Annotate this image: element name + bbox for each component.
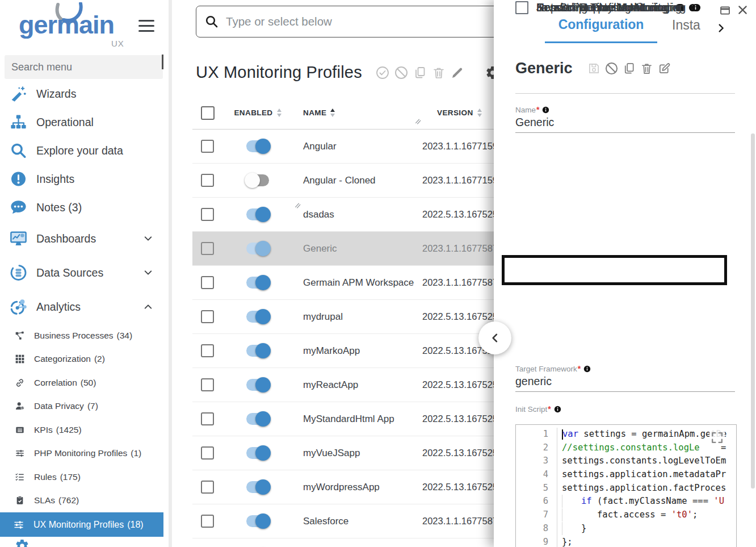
hamburger-menu-icon[interactable] [138,20,154,32]
enabled-toggle[interactable] [246,413,269,425]
pencil-icon[interactable] [451,66,464,80]
row-checkbox[interactable] [201,174,214,187]
trash-icon[interactable] [640,62,653,75]
enabled-toggle[interactable] [246,447,269,459]
sidebar-item[interactable]: Operational [0,108,163,136]
sidebar-subitem[interactable]: Correlation (50) [0,371,163,395]
column-header-name[interactable]: NAME [303,108,422,117]
enabled-toggle[interactable] [246,345,269,357]
trash-icon[interactable] [432,66,446,80]
sidebar-search-input[interactable]: Search menu [5,55,163,79]
search-input[interactable]: Type or select below [196,6,515,37]
info-icon[interactable] [583,365,591,373]
sidebar-subitem[interactable]: Data Privacy (7) [0,395,163,419]
sidebar-subitem[interactable]: UX Monitoring Profiles (18) [0,512,163,537]
edit-icon[interactable] [658,62,671,75]
chevron-up-icon[interactable] [143,302,153,312]
enabled-toggle[interactable] [246,140,269,152]
version-filter-icon[interactable] [414,118,422,126]
sidebar-item[interactable]: Wizards [0,80,163,108]
sidebar-item[interactable]: Insights [0,165,163,193]
enabled-toggle[interactable] [246,515,269,527]
sidebar-item[interactable]: Analytics [0,290,163,324]
row-checkbox[interactable] [201,412,214,425]
row-checkbox[interactable] [201,208,214,221]
row-checkbox[interactable] [201,378,214,391]
code-line[interactable]: 6 if (fact.myClassName === 'U [516,495,736,508]
toggle-knob [255,445,271,461]
row-checkbox[interactable] [201,515,214,528]
name-field[interactable]: Name * Generic [515,105,735,133]
copy-icon[interactable] [413,66,427,80]
enabled-toggle[interactable] [246,379,269,391]
code-line[interactable]: 4 settings.application.metadataPr [516,468,736,482]
analytics-icon [9,298,28,315]
info-icon[interactable] [554,406,561,413]
save-icon[interactable] [587,62,600,75]
enabled-toggle[interactable] [246,243,269,254]
name-field-value[interactable]: Generic [515,116,735,129]
chevron-down-icon[interactable] [143,268,153,278]
code-line[interactable]: 7 fact.access = 't0'; [516,508,736,522]
row-checkbox[interactable] [201,242,214,255]
info-icon[interactable] [691,3,700,12]
checkbox[interactable] [515,1,528,14]
chevron-right-icon[interactable] [716,23,726,34]
checkbox-row[interactable]: Report Poor Network Location [515,0,700,15]
row-checkbox[interactable] [201,446,214,460]
code-line[interactable]: 3 settings.constants.logLevelToEm [516,454,736,468]
panel-scrollbar-thumb[interactable] [751,133,755,488]
target-framework-field[interactable]: Target Framework * generic [515,364,735,392]
sidebar-scrollbar-thumb[interactable] [162,55,163,69]
close-icon[interactable] [737,4,749,16]
sidebar-item[interactable]: Data Sources [0,256,163,290]
enabled-toggle[interactable] [246,481,269,493]
copy-icon[interactable] [623,62,636,75]
sidebar-item-label: Analytics [36,300,81,314]
info-icon[interactable] [542,106,549,114]
collapse-panel-button[interactable] [478,321,511,354]
enabled-toggle[interactable] [246,277,269,289]
code-line[interactable]: 9 }; [516,536,736,547]
sidebar-subitem[interactable]: SLAs (762) [0,489,163,513]
maximize-icon[interactable] [719,5,731,16]
row-checkbox[interactable] [201,344,214,357]
code-line[interactable]: 5 settings.application.factProces [516,482,736,495]
ban-icon[interactable] [605,62,618,75]
sidebar-subitem[interactable]: Business Processes (34) [0,324,163,348]
enabled-toggle[interactable] [246,174,269,186]
sidebar-search-placeholder: Search menu [11,61,72,73]
expand-fullscreen-icon[interactable] [709,430,725,445]
sidebar-subitem[interactable]: Categorization (2) [0,348,163,371]
enabled-toggle[interactable] [246,208,269,220]
sidebar-item[interactable]: Notes (3) [0,193,163,222]
line-number: 3 [516,454,557,468]
code-line[interactable]: 2 //settings.constants.logLe = [516,441,736,455]
ban-icon[interactable] [394,66,408,80]
gear-icon[interactable] [15,538,30,547]
sort-asc-icon[interactable] [330,108,335,117]
name-filter-icon[interactable] [294,202,302,210]
sort-icons[interactable] [277,108,282,117]
row-checkbox[interactable] [201,140,214,153]
tab-configuration[interactable]: Configuration [545,17,657,32]
sidebar-item[interactable]: Explore your data [0,136,163,165]
sidebar-item[interactable]: Dashboards [0,222,163,256]
sidebar-subitem[interactable]: KPIs (1425) [0,418,163,442]
target-framework-value[interactable]: generic [515,375,735,388]
code-editor[interactable]: 1 var settings = germainApm.getDe 2 //se… [515,424,737,547]
chevron-down-icon[interactable] [143,233,153,244]
sort-icons[interactable] [477,108,482,117]
sidebar-subitem[interactable]: PHP Monitoring Profiles (1) [0,442,163,466]
column-header-enabled[interactable]: ENABLED [234,108,281,117]
code-line[interactable]: 8 } [516,522,736,536]
sidebar-subitem[interactable]: Rules (175) [0,465,163,489]
enabled-toggle[interactable] [246,311,269,323]
check-circle-icon[interactable] [376,66,389,80]
code-line[interactable]: 1 var settings = germainApm.getDe [516,428,736,441]
row-checkbox[interactable] [201,481,214,494]
select-all-checkbox[interactable] [201,106,215,120]
row-checkbox[interactable] [201,310,214,323]
row-checkbox[interactable] [201,276,214,289]
tab-installation[interactable]: Insta [672,18,712,33]
